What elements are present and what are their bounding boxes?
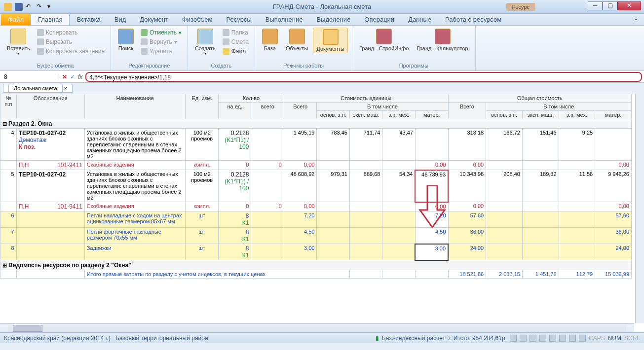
status-icon[interactable] [579,335,586,342]
grid[interactable]: № п.п Обоснование Наименование Ед. изм. … [0,94,644,332]
formula-bar: 8 ✕ ✓ fx 4,5*<Текущее значение>/1,18 [0,71,644,83]
folder-icon [223,29,229,36]
data-table[interactable]: № п.п Обоснование Наименование Ед. изм. … [0,94,632,279]
col-total-cost[interactable]: Общая стоимость [448,94,631,103]
cell-reference[interactable]: 8 [0,73,59,80]
ribbon-tabs: Файл Главная Вставка Вид Документ Физобъ… [0,14,644,26]
close-button[interactable]: ✕ [617,1,641,10]
contextual-tab[interactable]: Ресурс [506,3,535,11]
help-icon[interactable]: ⌃ [633,17,639,25]
status-region: Краснодарский край (редакция 2014 г.) [4,335,111,342]
delete-button[interactable]: Удалить [139,47,184,55]
undo-icon[interactable]: ↶ [26,3,34,11]
table-row[interactable]: П,Н101-9411 Скобяные изделиякомпл. 00 0,… [0,161,632,170]
base-button[interactable]: База [259,28,281,52]
formula-input[interactable]: 4,5*<Текущее значение>/1,18 [85,72,642,82]
calculator-button[interactable]: Гранд - Калькулятор [414,28,471,52]
undo-button[interactable]: Отменить ▾ [139,29,184,36]
table-row[interactable]: 8 Задвижкишт 8К1 3,003,00 24,0024,00 [0,244,632,260]
col-unit-cost[interactable]: Стоимость единицы [284,94,448,103]
save-icon[interactable] [15,3,23,11]
file-icon [223,48,229,55]
undo-icon [141,29,148,36]
status-icon[interactable] [559,335,566,342]
tab-data[interactable]: Данные [401,14,438,25]
tab-view[interactable]: Вид [108,14,133,25]
titlebar: ↶ ↷ ▾ ГРАНД-Смета - Локальная смета Ресу… [0,0,644,14]
paste-button[interactable]: Вставить▾ [4,28,33,57]
estimate-button[interactable]: Смета [221,38,251,46]
tab-operations[interactable]: Операции [357,14,401,25]
tab-resources[interactable]: Ресурсы [219,14,258,25]
scrl-indicator: SCRL [624,335,640,342]
copy-icon [37,29,44,36]
totals-row[interactable]: Итого прямые затраты по разделу с учетом… [0,270,632,278]
table-row[interactable]: 6 Петли накладные с ходом на центрах оци… [0,211,632,228]
objects-button[interactable]: Объекты [283,28,311,52]
redo-icon [141,38,148,45]
section-row[interactable]: ⊟ Раздел 2. Окна [0,119,632,129]
cancel-icon[interactable]: ✕ [62,73,67,80]
folder-button[interactable]: Папка [221,29,251,36]
window-title: ГРАНД-Смета - Локальная смета [273,3,371,10]
status-icon[interactable] [549,335,556,342]
vertical-scrollbar[interactable] [635,94,644,323]
status-icon[interactable] [520,335,527,342]
status-total[interactable]: Σ Итого: 954 284,61р. [448,335,507,342]
group-label: Буфер обмена [4,62,107,69]
document-tabs: Локальная смета × [0,83,644,94]
status-icon[interactable] [530,335,536,342]
tab-document[interactable]: Документ [133,14,175,25]
table-row[interactable]: 4 ТЕР10-01-027-02ДемонтажК поз. Установк… [0,129,632,161]
status-icon[interactable] [510,335,517,342]
create-button[interactable]: Создать▾ [192,28,219,57]
col-name[interactable]: Наименование [84,94,186,119]
group-clipboard: Вставить▾ Копировать Вырезать Копировать… [0,26,111,70]
qat-dropdown-icon[interactable]: ▾ [47,3,55,11]
confirm-icon[interactable]: ✓ [70,73,75,80]
tab-main[interactable]: Главная [31,13,70,25]
status-calc-mode[interactable]: Баз.-индексный расчет [382,335,445,342]
tab-execution[interactable]: Выполнение [259,14,310,25]
table-row[interactable]: 7 Петли форточные накладные размером 70х… [0,228,632,244]
col-num[interactable]: № п.п [0,94,17,119]
tab-selection[interactable]: Выделение [309,14,357,25]
qat-app-icon[interactable] [4,3,12,11]
file-button[interactable]: Файл [221,47,251,55]
fx-icon[interactable]: fx [78,73,82,80]
table-row[interactable]: П,Н101-9411 Скобяные изделиякомпл. 00 0,… [0,202,632,211]
table-row[interactable]: 5 ТЕР10-01-027-02 Установка в жилых и об… [0,170,632,202]
documents-button[interactable]: Документы [313,28,348,53]
tab-insert[interactable]: Вставка [70,14,107,25]
group-label: Создать [192,62,251,69]
group-editing: Поиск Отменить ▾ Вернуть ▾ Удалить Редак… [111,26,188,70]
search-button[interactable]: Поиск [115,28,137,52]
group-label: Редактирование [115,62,184,69]
section-row[interactable]: ⊞ Ведомость ресурсов по разделу 2 "Окна" [0,260,632,270]
horizontal-scrollbar[interactable] [0,323,634,332]
col-qty[interactable]: Кол-во [218,94,284,103]
window-buttons: ─ ▢ ✕ [588,1,641,10]
estimate-icon [223,38,229,45]
copy-button[interactable]: Копировать [35,29,107,36]
caps-indicator: CAPS [589,335,605,342]
document-tab[interactable]: Локальная смета × [3,84,73,93]
status-icon[interactable] [539,335,546,342]
maximize-button[interactable]: ▢ [603,1,617,10]
col-basis[interactable]: Обоснование [16,94,84,119]
status-icon[interactable] [569,335,576,342]
copy-value-button[interactable]: Копировать значение [35,47,107,55]
file-tab[interactable]: Файл [1,14,31,25]
tab-resource-work[interactable]: Работа с ресурсом [438,14,508,25]
minimize-button[interactable]: ─ [588,1,603,10]
ribbon: Вставить▾ Копировать Вырезать Копировать… [0,26,644,71]
col-unit[interactable]: Ед. изм. [186,94,219,119]
tab-fizobem[interactable]: Физобъем [175,14,220,25]
status-area: Базовый территориальный район [115,335,208,342]
statusbar: Краснодарский край (редакция 2014 г.) Ба… [0,332,644,343]
stroyinfo-button[interactable]: Гранд - СтройИнфо [356,28,412,52]
redo-icon[interactable]: ↷ [37,3,44,11]
cut-button[interactable]: Вырезать [35,38,107,46]
group-programs: Гранд - СтройИнфо Гранд - Калькулятор Пр… [352,26,476,70]
redo-button[interactable]: Вернуть ▾ [139,38,184,46]
